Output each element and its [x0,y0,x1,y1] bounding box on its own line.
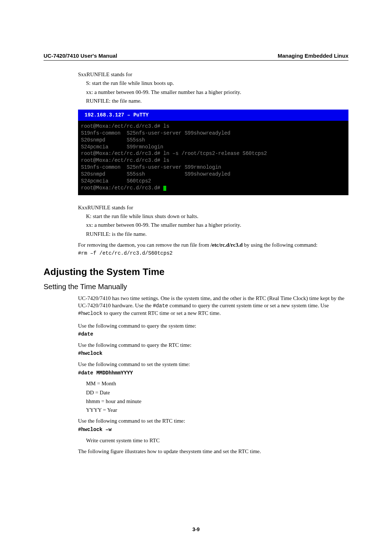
kxx-list: K: start the run file while linux shuts … [86,213,348,238]
kxx-l3: RUNFILE: is the file name. [86,230,348,238]
kxx-title: KxxRUNFILE stands for [78,204,348,211]
sxx-l1: S: start the run file while linux boots … [86,79,348,87]
terminal-title: 192.168.3.127 – PuTTY [78,110,348,121]
date-inline: #date [153,303,168,309]
heading-adjusting: Adjusting the System Time [44,266,348,278]
sxx-l3: RUNFILE: the file name. [86,97,348,104]
set-systime-cmd: #date MMDDhhmmYYYY [78,370,348,377]
sxx-list: S: start the run file while linux boots … [86,79,348,104]
set-rtctime-cmd: #hwclock –w [78,426,348,433]
mm: MM = Month [86,380,348,387]
date-format-list: MM = Month DD = Date hhmm = hour and min… [86,380,348,414]
body: SxxRUNFILE stands for S: start the run f… [78,71,348,257]
sxx-l2: xx: a number between 00-99. The smaller … [86,89,348,96]
query-rtctime-cmd: #hwclock [78,350,348,357]
set-systime-label: Use the following command to set the sys… [78,361,348,368]
header-left: UC-7420/7410 User's Manual [44,53,117,59]
time-p1c: command to query the current system time… [168,303,329,308]
write-text: Write current system time to RTC [86,437,348,444]
remove-path: /etc/rc.d/rc3.d [211,242,243,248]
page: UC-7420/7410 User's Manual Managing Embe… [0,0,392,554]
dd: DD = Date [86,389,348,396]
heading-setting: Setting the Time Manually [44,283,348,291]
remove-p1c: by using the following command: [243,242,318,248]
query-systime-label: Use the following command to query the s… [78,322,348,329]
cursor-icon [163,186,166,191]
remove-cmd: #rm –f /etc/rc.d/rc3.d/S60tcps2 [78,250,348,257]
header: UC-7420/7410 User's Manual Managing Embe… [44,53,348,61]
time-body: UC-7420/7410 has two time settings. One … [78,295,348,455]
terminal-body: root@Moxa:/ect/rc.d/rc3.d# ls S19nfs-com… [78,121,348,195]
terminal-text: root@Moxa:/ect/rc.d/rc3.d# ls S19nfs-com… [81,123,267,191]
yy: YYYY = Year [86,406,348,414]
query-rtctime-label: Use the following command to query the R… [78,341,348,349]
hh: hhmm = hour and minute [86,398,348,405]
kxx-l1: K: start the run file while linux shuts … [86,213,348,220]
hwclock-inline: #hwclock [78,311,102,316]
write-note: Write current system time to RTC [86,437,348,444]
remove-paragraph: For removing the daemon, you can remove … [78,241,348,249]
kxx-l2: xx: a number between 00-99. The smaller … [86,221,348,229]
query-systime-cmd: #date [78,331,348,338]
sxx-title: SxxRUNFILE stands for [78,71,348,78]
terminal-window: 192.168.3.127 – PuTTY root@Moxa:/ect/rc.… [78,110,348,195]
page-number: 3-9 [0,526,392,532]
time-p1e: to query the current RTC time or set a n… [102,310,221,316]
remove-p1a: For removing the daemon, you can remove … [78,242,211,248]
set-rtctime-label: Use the following command to set the RTC… [78,417,348,424]
figure-note: The following figure illustrates how to … [78,448,348,455]
header-right: Managing Embedded Linux [278,53,348,59]
time-intro: UC-7420/7410 has two time settings. One … [78,295,348,317]
